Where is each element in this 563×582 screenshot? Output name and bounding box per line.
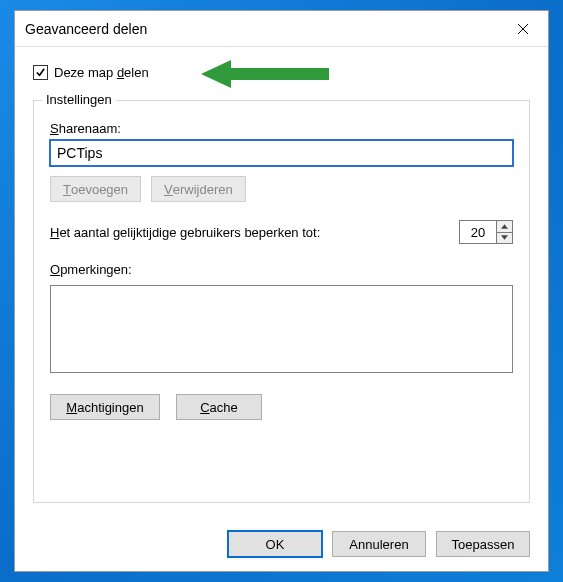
- apply-button[interactable]: Toepassen: [436, 531, 530, 557]
- svg-marker-3: [501, 224, 508, 228]
- checkmark-icon: [35, 67, 46, 78]
- window-title: Geavanceerd delen: [25, 21, 504, 37]
- user-limit-label: Het aantal gelijktijdige gebruikers bepe…: [50, 225, 320, 240]
- sharename-input[interactable]: [50, 140, 513, 166]
- ok-button[interactable]: OK: [228, 531, 322, 557]
- svg-marker-2: [201, 60, 329, 88]
- svg-marker-4: [501, 236, 508, 240]
- share-folder-checkbox[interactable]: [33, 65, 48, 80]
- add-button: Toevoegen: [50, 176, 141, 202]
- permissions-row: Machtigingen Cache: [50, 394, 513, 420]
- title-bar: Geavanceerd delen: [15, 11, 548, 47]
- share-buttons-row: Toevoegen Verwijderen: [50, 176, 513, 202]
- close-button[interactable]: [504, 14, 542, 44]
- sharename-label: Sharenaam:: [50, 121, 513, 136]
- settings-group: Instellingen Sharenaam: Toevoegen Verwij…: [33, 100, 530, 503]
- user-limit-stepper[interactable]: [459, 220, 513, 244]
- user-limit-row: Het aantal gelijktijdige gebruikers bepe…: [50, 220, 513, 244]
- comments-textarea[interactable]: [50, 285, 513, 373]
- comments-label: Opmerkingen:: [50, 262, 513, 277]
- chevron-down-icon: [501, 235, 508, 240]
- stepper-down-button[interactable]: [497, 233, 512, 244]
- close-icon: [517, 23, 529, 35]
- permissions-button[interactable]: Machtigingen: [50, 394, 160, 420]
- advanced-sharing-dialog: Geavanceerd delen Deze map delen Instell…: [14, 10, 549, 572]
- chevron-up-icon: [501, 224, 508, 229]
- cancel-button[interactable]: Annuleren: [332, 531, 426, 557]
- cache-button[interactable]: Cache: [176, 394, 262, 420]
- client-area: Deze map delen Instellingen Sharenaam: T…: [15, 47, 548, 515]
- stepper-up-button[interactable]: [497, 221, 512, 233]
- remove-button: Verwijderen: [151, 176, 246, 202]
- share-folder-row: Deze map delen: [33, 65, 530, 80]
- user-limit-input[interactable]: [460, 221, 496, 243]
- dialog-button-bar: OK Annuleren Toepassen: [15, 515, 548, 571]
- stepper-arrows: [496, 221, 512, 243]
- settings-legend: Instellingen: [42, 92, 116, 107]
- annotation-arrow-icon: [201, 57, 331, 91]
- share-folder-label[interactable]: Deze map delen: [54, 65, 149, 80]
